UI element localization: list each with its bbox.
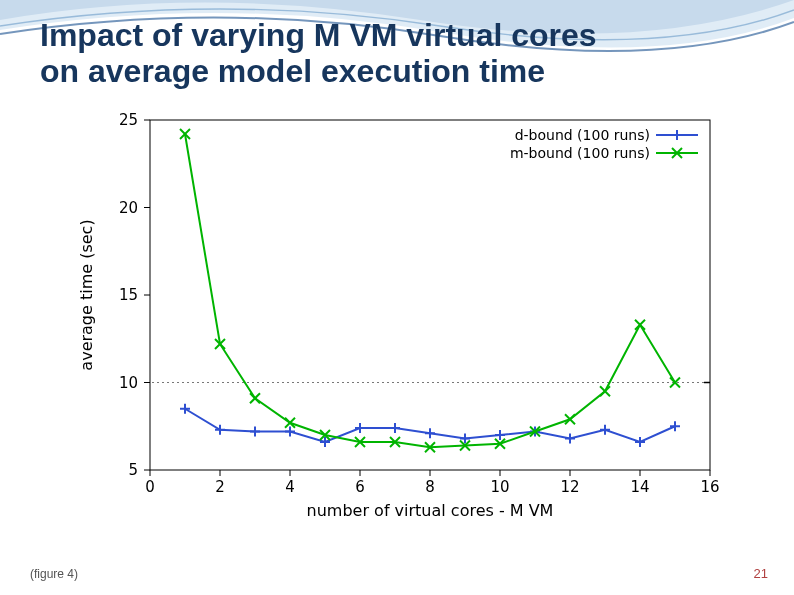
svg-text:14: 14 (630, 478, 649, 496)
svg-text:2: 2 (215, 478, 225, 496)
page-number: 21 (754, 566, 768, 581)
svg-text:8: 8 (425, 478, 435, 496)
svg-text:25: 25 (119, 111, 138, 129)
svg-text:10: 10 (119, 374, 138, 392)
svg-text:20: 20 (119, 199, 138, 217)
svg-text:4: 4 (285, 478, 295, 496)
svg-rect-0 (150, 120, 710, 470)
slide-title: Impact of varying M VM virtual cores on … (40, 18, 740, 90)
svg-text:12: 12 (560, 478, 579, 496)
svg-text:10: 10 (490, 478, 509, 496)
svg-text:5: 5 (128, 461, 138, 479)
slide-title-line1: Impact of varying M VM virtual cores (40, 18, 740, 54)
svg-text:m-bound (100 runs): m-bound (100 runs) (510, 145, 650, 161)
svg-text:16: 16 (700, 478, 719, 496)
svg-text:average time (sec): average time (sec) (77, 219, 96, 370)
chart: 0246810121416510152025number of virtual … (70, 110, 730, 530)
slide-title-line2: on average model execution time (40, 54, 740, 90)
svg-text:6: 6 (355, 478, 365, 496)
svg-text:0: 0 (145, 478, 155, 496)
svg-text:d-bound (100 runs): d-bound (100 runs) (515, 127, 650, 143)
figure-caption: (figure 4) (30, 567, 78, 581)
svg-text:15: 15 (119, 286, 138, 304)
svg-text:number of virtual cores - M VM: number of virtual cores - M VM (307, 501, 554, 520)
